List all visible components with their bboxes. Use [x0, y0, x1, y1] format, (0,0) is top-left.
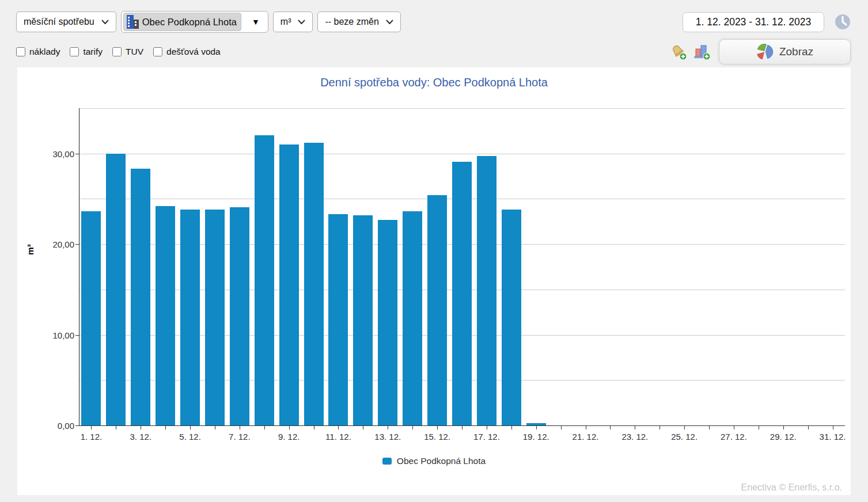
entity-select[interactable]: Obec Podkopná Lhota ▼ [121, 11, 268, 33]
chevron-down-icon [386, 20, 393, 25]
alert-add-icon[interactable] [670, 43, 688, 60]
toolbar: měsíční spotřebu [0, 0, 868, 65]
x-axis-tick [412, 425, 413, 429]
bar[interactable] [81, 211, 101, 425]
x-axis-label: 13. 12. [367, 432, 408, 442]
x-axis-tick [338, 425, 339, 429]
x-axis-tick [437, 425, 438, 429]
destova-voda-label: dešťová voda [166, 47, 221, 57]
naklady-label: náklady [29, 47, 60, 57]
period-select-value: měsíční spotřebu [24, 17, 94, 27]
chart-canvas: 0,0010,0020,0030,001. 12.3. 12.5. 12.7. … [17, 67, 851, 495]
unit-select[interactable]: m³ [273, 12, 313, 32]
x-axis-tick [363, 425, 363, 429]
x-axis-tick [684, 425, 685, 429]
bar[interactable] [156, 206, 175, 425]
x-axis-tick [141, 425, 141, 429]
dropdown-triangle-icon: ▼ [252, 17, 260, 26]
checkbox-tuv[interactable]: TUV [112, 47, 143, 57]
bar[interactable] [477, 156, 496, 425]
tuv-checkbox-input[interactable] [112, 47, 122, 56]
bar[interactable] [502, 210, 521, 425]
chevron-down-icon [298, 20, 305, 25]
naklady-checkbox-input[interactable] [16, 47, 25, 56]
bar[interactable] [353, 215, 373, 425]
x-axis-tick [659, 425, 660, 429]
checkbox-tarify[interactable]: tarify [70, 47, 103, 57]
bar[interactable] [255, 135, 274, 425]
checkbox-naklady[interactable]: náklady [16, 47, 60, 57]
x-axis-tick [190, 425, 191, 429]
y-axis-label: 20,00 [39, 239, 74, 249]
x-axis-tick [783, 425, 784, 429]
x-axis-tick [462, 425, 463, 429]
x-axis-label: 31. 12. [813, 432, 853, 442]
x-axis-label: 25. 12. [664, 432, 704, 442]
x-axis-label: 15. 12. [417, 432, 457, 442]
x-axis-tick [388, 425, 388, 429]
bar[interactable] [427, 195, 447, 425]
entity-select-value: Obec Podkopná Lhota [142, 17, 237, 28]
x-axis-tick [91, 425, 92, 429]
x-axis-tick [165, 425, 166, 429]
toolbar-row-2: náklady tarify TUV dešťová voda [16, 39, 851, 65]
date-range-input[interactable]: 1. 12. 2023 - 31. 12. 2023 [683, 12, 824, 32]
bar[interactable] [106, 154, 126, 425]
x-axis-tick [586, 425, 586, 429]
x-axis-label: 23. 12. [615, 432, 655, 442]
checkbox-group: náklady tarify TUV dešťová voda [16, 47, 221, 57]
change-select-value: -- beze změn [325, 17, 378, 27]
chart-legend[interactable]: Obec Podkopná Lhota [17, 456, 851, 466]
bar[interactable] [403, 211, 422, 425]
x-axis-label: 7. 12. [219, 432, 260, 442]
legend-swatch [382, 458, 392, 465]
x-axis-label: 29. 12. [763, 432, 803, 442]
bar[interactable] [279, 144, 299, 425]
period-select[interactable]: měsíční spotřebu [16, 12, 116, 32]
unit-select-value: m³ [281, 17, 291, 27]
bar[interactable] [328, 214, 348, 425]
x-axis-label: 11. 12. [318, 432, 358, 442]
bar[interactable] [180, 210, 200, 425]
toolbar-row-1: měsíční spotřebu [16, 11, 851, 33]
bar[interactable] [131, 169, 150, 425]
brand-credit: Enectiva © Enerfis, s.r.o. [741, 482, 842, 493]
zobraz-button[interactable]: Zobraz [719, 39, 851, 64]
date-range-value: 1. 12. 2023 - 31. 12. 2023 [696, 16, 811, 28]
x-axis-label: 27. 12. [714, 432, 754, 442]
x-axis-label: 1. 12. [71, 432, 111, 442]
x-axis-tick [808, 425, 809, 429]
tarify-checkbox-input[interactable] [70, 47, 79, 56]
y-gridline [79, 108, 845, 109]
x-axis-tick [610, 425, 611, 429]
x-axis-tick [759, 425, 759, 429]
chart-panel: Denní spotřeba vody: Obec Podkopná Lhota… [17, 67, 851, 495]
buildings-icon [125, 14, 141, 30]
legend-label: Obec Podkopná Lhota [397, 456, 486, 466]
bar[interactable] [304, 143, 324, 425]
entity-selected-chip: Obec Podkopná Lhota [123, 13, 241, 31]
x-axis-tick [635, 425, 635, 429]
x-axis-label: 9. 12. [269, 432, 309, 442]
bar[interactable] [452, 162, 472, 425]
x-axis-tick [561, 425, 562, 429]
x-axis-label: 3. 12. [120, 432, 161, 442]
checkbox-destova-voda[interactable]: dešťová voda [153, 47, 221, 57]
bar[interactable] [378, 220, 397, 425]
chart-add-icon[interactable] [693, 43, 711, 60]
x-axis-label: 17. 12. [467, 432, 507, 442]
x-axis-tick [314, 425, 314, 429]
bar[interactable] [230, 207, 249, 425]
x-axis-label: 5. 12. [170, 432, 210, 442]
x-axis-tick [264, 425, 265, 429]
change-select[interactable]: -- beze změn [317, 12, 400, 32]
bar[interactable] [205, 210, 225, 425]
clock-icon[interactable] [835, 14, 851, 30]
chevron-down-icon [101, 20, 109, 25]
x-axis-tick [511, 425, 512, 429]
y-axis-label: 30,00 [39, 149, 74, 159]
destova-voda-checkbox-input[interactable] [153, 47, 162, 56]
x-axis-label: 19. 12. [516, 432, 556, 442]
x-axis-tick [709, 425, 710, 429]
pie-chart-icon [756, 43, 774, 60]
